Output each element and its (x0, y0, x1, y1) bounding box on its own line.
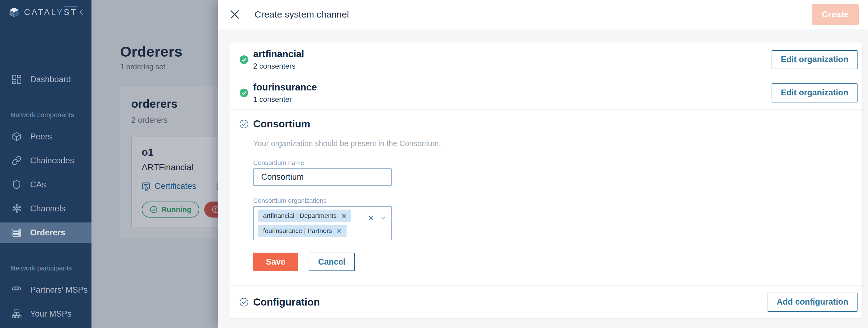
chevron-down-icon[interactable] (380, 215, 386, 221)
org-tag: artfinancial | Departments (258, 209, 351, 222)
sidebar-item-label: Partners’ MSPs (30, 285, 88, 295)
network-hub-icon (12, 204, 22, 214)
server-stack-icon (12, 228, 22, 237)
sidebar-item-label: Peers (30, 132, 52, 141)
sidebar-item-orderers[interactable]: Orderers (0, 223, 91, 243)
sidebar-item-channels[interactable]: Channels (0, 198, 91, 219)
sidebar-item-chaincodes[interactable]: Chaincodes (0, 151, 91, 171)
sidebar-collapse-icon[interactable] (78, 8, 85, 16)
consortium-organizations-label: Consortium organizations (253, 197, 858, 204)
sidebar-item-your-msps[interactable]: Your MSPs (0, 304, 91, 324)
sidebar-item-peers[interactable]: Peers (0, 127, 91, 147)
org-detail: 1 consenter (253, 95, 772, 104)
check-circle-outline-icon (239, 120, 249, 129)
logo: CATALYST (0, 0, 91, 25)
cube-icon (12, 132, 22, 141)
edit-organization-button[interactable]: Edit organization (772, 84, 858, 102)
edit-organization-button[interactable]: Edit organization (772, 50, 858, 69)
logo-text: CATALYST (24, 8, 78, 17)
consortium-helper-text: Your organization should be present in t… (253, 139, 858, 148)
consortium-section: Consortium Your organization should be p… (230, 109, 863, 286)
handshake-icon (12, 285, 22, 295)
consortium-name-input[interactable] (253, 168, 392, 186)
check-circle-filled-icon (239, 88, 249, 98)
create-system-channel-modal: Create system channel Create artfinancia… (218, 0, 868, 328)
configuration-section: Configuration Add configuration (230, 286, 863, 319)
add-configuration-button[interactable]: Add configuration (768, 293, 858, 312)
modal-card: artfinancial 2 consenters Edit organizat… (230, 43, 863, 319)
create-button[interactable]: Create (812, 4, 859, 25)
org-tag: fourinsurance | Partners (258, 225, 346, 237)
save-button[interactable]: Save (253, 253, 298, 271)
sidebar-item-dashboard[interactable]: Dashboard (0, 69, 91, 90)
sidebar-section-components: Network components (0, 111, 91, 119)
modal-body: artfinancial 2 consenters Edit organizat… (218, 29, 868, 319)
sidebar-item-cas[interactable]: CAs (0, 174, 91, 195)
chain-link-icon (12, 156, 22, 166)
sidebar-item-label: Channels (30, 204, 65, 214)
org-row-fourinsurance: fourinsurance 1 consenter Edit organizat… (230, 76, 863, 109)
org-chart-icon (12, 309, 22, 319)
dashboard-icon (12, 74, 22, 84)
modal-header: Create system channel Create (218, 0, 868, 29)
org-row-artfinancial: artfinancial 2 consenters Edit organizat… (230, 43, 863, 76)
close-icon[interactable] (229, 9, 240, 20)
remove-tag-icon[interactable] (337, 229, 342, 233)
sidebar-item-partners-msps[interactable]: Partners’ MSPs (0, 280, 91, 300)
sidebar-item-label: CAs (30, 180, 46, 190)
app-root: CATALYST Dashboard Network components (0, 0, 868, 328)
sidebar-nav: Dashboard Network components Peers (0, 25, 91, 328)
modal-title: Create system channel (254, 9, 349, 20)
sidebar-item-label: Your MSPs (30, 309, 71, 319)
org-detail: 2 consenters (253, 62, 772, 70)
sidebar: CATALYST Dashboard Network components (0, 0, 91, 328)
shield-icon (12, 180, 22, 190)
consortium-organizations-select[interactable]: artfinancial | Departments fourinsurance… (253, 206, 392, 240)
remove-tag-icon[interactable] (342, 214, 346, 218)
configuration-heading: Configuration (253, 296, 320, 308)
sidebar-item-label: Orderers (30, 228, 65, 237)
sidebar-item-label: Dashboard (30, 75, 71, 84)
consortium-heading: Consortium (253, 118, 310, 130)
org-name: fourinsurance (253, 82, 772, 93)
clear-selection-icon[interactable] (368, 215, 374, 221)
sidebar-section-participants: Network participants (0, 264, 91, 272)
cancel-button[interactable]: Cancel (309, 253, 355, 271)
check-circle-outline-icon (239, 298, 249, 307)
org-name: artfinancial (253, 48, 772, 60)
sidebar-item-label: Chaincodes (30, 156, 74, 166)
catalyst-logo-icon (9, 7, 20, 18)
check-circle-filled-icon (239, 55, 249, 64)
consortium-name-label: Consortium name (253, 159, 858, 166)
